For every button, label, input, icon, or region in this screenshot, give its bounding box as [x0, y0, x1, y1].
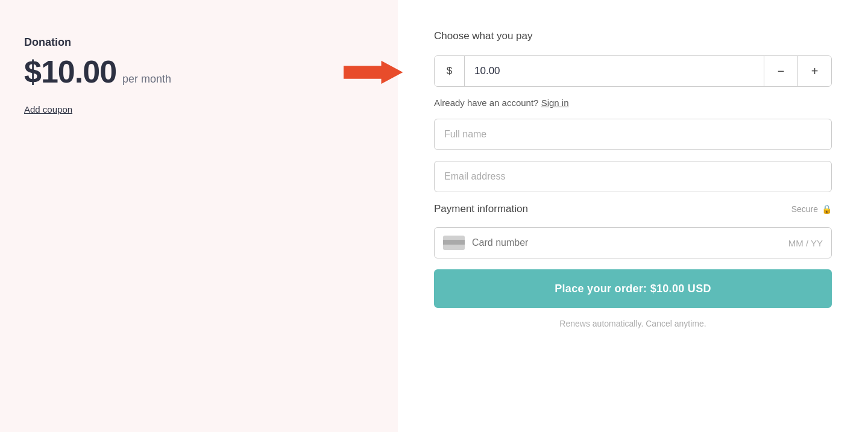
increment-button[interactable]: + [797, 56, 831, 86]
card-icon [443, 236, 465, 250]
svg-marker-0 [344, 61, 403, 84]
payment-section: Payment information Secure 🔒 [434, 203, 832, 216]
secure-badge: Secure 🔒 [791, 204, 832, 214]
card-expiry-placeholder: MM / YY [788, 238, 823, 248]
right-panel: Choose what you pay $ − + Already have a… [398, 0, 868, 432]
decrement-button[interactable]: − [764, 56, 797, 86]
price-input-row: $ − + [434, 55, 832, 87]
card-input-row[interactable]: MM / YY [434, 227, 832, 258]
price-amount: $10.00 [24, 54, 116, 90]
payment-header: Payment information Secure 🔒 [434, 203, 832, 215]
full-name-input[interactable] [434, 119, 832, 150]
renew-note: Renews automatically. Cancel anytime. [434, 319, 832, 328]
price-display: $10.00 per month [24, 54, 374, 90]
sign-in-link[interactable]: Sign in [541, 98, 569, 108]
payment-label: Payment information [434, 203, 528, 215]
secure-text: Secure [791, 204, 818, 214]
card-number-input[interactable] [472, 237, 781, 248]
price-period: per month [122, 73, 171, 86]
lock-icon: 🔒 [822, 204, 832, 214]
place-order-button[interactable]: Place your order: $10.00 USD [434, 269, 832, 308]
choose-pay-label: Choose what you pay [434, 30, 832, 42]
price-input[interactable] [465, 56, 764, 86]
add-coupon-link[interactable]: Add coupon [24, 104, 72, 114]
donation-title: Donation [24, 36, 374, 49]
account-text: Already have an account? [434, 98, 538, 108]
arrow-icon [344, 57, 404, 87]
email-input[interactable] [434, 161, 832, 192]
currency-symbol: $ [435, 56, 465, 86]
arrow-indicator [344, 57, 404, 90]
account-row: Already have an account? Sign in [434, 98, 832, 108]
left-panel: Donation $10.00 per month Add coupon [0, 0, 398, 432]
